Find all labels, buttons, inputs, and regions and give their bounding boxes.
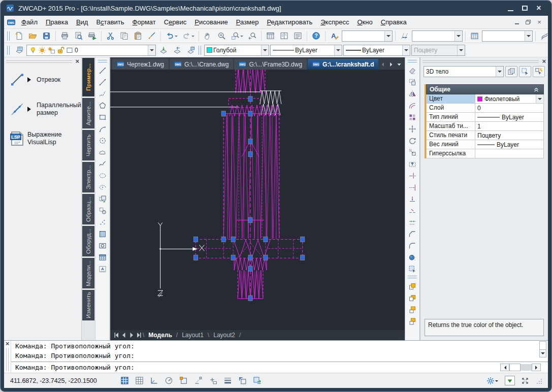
doc-tab-G:\...\crankshaft.d[interactable]: DWGG:\...\crankshaft.d bbox=[308, 59, 378, 70]
selection-grip[interactable] bbox=[301, 255, 305, 260]
new-button[interactable] bbox=[13, 30, 25, 42]
fillet-button[interactable] bbox=[406, 240, 418, 251]
render-sphere-button[interactable] bbox=[406, 251, 418, 263]
toolbar-gripper[interactable] bbox=[199, 46, 201, 55]
status-toggle-ducs[interactable] bbox=[236, 375, 249, 386]
mdi-close-button[interactable]: × bbox=[534, 18, 545, 27]
scrollbar-thumb[interactable] bbox=[509, 364, 521, 371]
help-button[interactable]: ? bbox=[310, 30, 322, 42]
layer-unlock-icon[interactable] bbox=[56, 46, 64, 54]
palette-item-Отрезок[interactable]: Отрезок bbox=[9, 72, 78, 88]
palette-tab-Чертить[interactable]: Чертить bbox=[82, 130, 94, 160]
prop-row-Стиль печати[interactable]: Стиль печатиПоцвету bbox=[426, 131, 544, 140]
color-combo[interactable]: Голубой bbox=[204, 45, 269, 56]
menu-Формат[interactable]: Формат bbox=[128, 17, 160, 27]
selection-grip[interactable] bbox=[248, 96, 252, 102]
scroll-down-button[interactable] bbox=[539, 350, 546, 357]
menu-Вид[interactable]: Вид bbox=[72, 17, 92, 27]
ellipse-button[interactable] bbox=[96, 170, 109, 181]
status-toggle-polar[interactable] bbox=[163, 375, 176, 386]
prop-value[interactable]: 0 bbox=[475, 104, 543, 112]
status-toggle-grid[interactable] bbox=[133, 375, 146, 386]
layer-on-icon[interactable] bbox=[29, 46, 37, 54]
extend-button[interactable] bbox=[406, 181, 418, 193]
cut-button[interactable] bbox=[104, 30, 117, 42]
zoom-window-button[interactable] bbox=[229, 30, 245, 42]
layout-first-button[interactable] bbox=[112, 331, 120, 339]
prop-value[interactable]: 1 bbox=[475, 122, 543, 130]
duplicate-properties-button[interactable] bbox=[505, 66, 517, 77]
layout-last-button[interactable] bbox=[135, 331, 143, 339]
zoom-prev-button[interactable] bbox=[246, 30, 258, 42]
settings-button[interactable] bbox=[483, 375, 501, 387]
plot-button[interactable] bbox=[86, 30, 99, 42]
palette-gripper[interactable] bbox=[6, 60, 72, 63]
selection-grip[interactable] bbox=[248, 296, 252, 301]
properties-gripper[interactable] bbox=[423, 60, 539, 63]
chevron-down-icon[interactable] bbox=[384, 31, 392, 41]
selection-grip[interactable] bbox=[231, 237, 235, 242]
array-button[interactable] bbox=[406, 111, 418, 123]
prop-value[interactable]: Поцвету bbox=[475, 131, 543, 140]
selection-grip[interactable] bbox=[264, 237, 268, 242]
draw-front-button[interactable] bbox=[406, 280, 418, 292]
textstyle-combo[interactable] bbox=[342, 30, 393, 42]
prop-value[interactable]: ByLayer bbox=[475, 140, 543, 149]
status-toggle-dyn[interactable] bbox=[207, 375, 220, 386]
flyout-arrow-icon[interactable] bbox=[27, 107, 34, 112]
mtext-button[interactable]: A bbox=[96, 263, 109, 275]
palette-close-icon[interactable]: × bbox=[75, 59, 79, 64]
mirror-button[interactable] bbox=[406, 88, 418, 100]
toolbar-gripper[interactable] bbox=[7, 31, 10, 41]
scroll-tabs-left-button[interactable] bbox=[379, 59, 386, 70]
rotate-button[interactable] bbox=[406, 135, 418, 146]
mlstyle-button[interactable] bbox=[538, 30, 551, 42]
open-button[interactable] bbox=[26, 30, 39, 42]
layer-states-button[interactable] bbox=[184, 44, 197, 56]
scroll-tabs-right-button[interactable] bbox=[387, 59, 395, 70]
status-toggle-lwt[interactable] bbox=[221, 375, 235, 386]
doc-tab-Чертеж1.dwg[interactable]: DWGЧертеж1.dwg bbox=[112, 59, 169, 70]
tab-list-button[interactable] bbox=[396, 59, 403, 70]
selection-grip[interactable] bbox=[301, 237, 305, 242]
prop-row-Вес линий[interactable]: Вес линийByLayer bbox=[426, 140, 544, 149]
save-button[interactable] bbox=[40, 30, 53, 42]
move-button[interactable] bbox=[406, 123, 418, 135]
selection-grip[interactable] bbox=[248, 255, 252, 260]
menu-Размер[interactable]: Размер bbox=[232, 17, 263, 27]
prop-row-Цвет[interactable]: ЦветФиолетовый bbox=[426, 94, 544, 104]
status-toggle-snap[interactable] bbox=[118, 375, 132, 386]
status-toggle-osnap[interactable] bbox=[177, 375, 190, 386]
chevron-down-icon[interactable] bbox=[334, 45, 342, 55]
offset-button[interactable] bbox=[406, 100, 418, 111]
xline-button[interactable] bbox=[96, 76, 109, 88]
selection-grip[interactable] bbox=[221, 237, 225, 242]
quick-select-button[interactable] bbox=[406, 263, 418, 275]
selection-grip[interactable] bbox=[248, 111, 252, 116]
polygon-button[interactable] bbox=[96, 100, 109, 111]
menu-Правка[interactable]: Правка bbox=[42, 17, 72, 27]
paste-button[interactable] bbox=[132, 30, 144, 42]
point-button[interactable] bbox=[96, 216, 109, 228]
palette-tab-Образц...[interactable]: Образц... bbox=[82, 194, 94, 224]
doc-tab-G:\...\Frame3D.dwg[interactable]: DWGG:\...\Frame3D.dwg bbox=[234, 59, 307, 70]
copy-obj-button[interactable] bbox=[406, 76, 418, 88]
copy-button[interactable] bbox=[118, 30, 131, 42]
toolbar-gripper[interactable] bbox=[7, 46, 10, 55]
dialog-table-button[interactable] bbox=[264, 30, 277, 42]
region-button[interactable] bbox=[96, 240, 109, 251]
chevron-down-icon[interactable] bbox=[496, 67, 503, 77]
quick-select-button[interactable] bbox=[533, 66, 545, 77]
selection-grip[interactable] bbox=[248, 266, 252, 271]
scrollbar-thumb[interactable] bbox=[539, 341, 546, 350]
break-point-button[interactable] bbox=[406, 193, 418, 205]
chevron-down-icon[interactable] bbox=[191, 36, 194, 39]
maximize-button[interactable] bbox=[517, 3, 532, 14]
prop-value[interactable] bbox=[475, 149, 543, 158]
palette-tab-Модели...[interactable]: Модели... bbox=[82, 258, 94, 288]
flyout-arrow-icon[interactable] bbox=[27, 77, 34, 82]
selection-grip[interactable] bbox=[231, 255, 235, 260]
workspace-toggle-button[interactable] bbox=[505, 376, 515, 385]
print-button[interactable] bbox=[58, 30, 71, 42]
menu-Файл[interactable]: Файл bbox=[17, 17, 42, 27]
